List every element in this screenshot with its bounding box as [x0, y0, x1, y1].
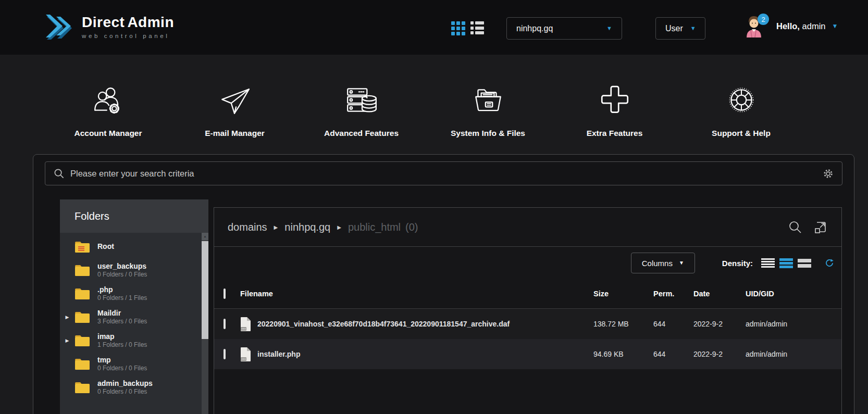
search-bar	[45, 161, 842, 185]
column-header-date[interactable]: Date	[693, 290, 746, 298]
nav-label: Advanced Features	[324, 129, 399, 138]
nav-item-advanced-features[interactable]: Advanced Features	[298, 55, 425, 138]
folders-title: Folders	[75, 210, 109, 222]
users-gear-icon	[91, 80, 126, 122]
column-header-filename[interactable]: Filename	[240, 290, 593, 298]
breadcrumb-domains[interactable]: domains	[228, 221, 267, 233]
folder-item-maildir[interactable]: ▶ Maildir 3 Folders / 0 Files	[60, 305, 208, 329]
folder-icon	[75, 240, 90, 253]
file-name[interactable]: installer.php	[257, 350, 300, 358]
list-view-icon[interactable]	[470, 21, 484, 34]
nav-item-support-help[interactable]: Support & Help	[678, 55, 804, 138]
search-settings-gear-icon[interactable]	[823, 168, 834, 179]
folder-icon	[75, 264, 90, 277]
folder-icon	[75, 357, 90, 370]
folder-name: Root	[97, 242, 114, 251]
table-row[interactable]: installer.php 94.69 KB 644 2022-9-2 admi…	[214, 339, 841, 369]
file-date: 2022-9-2	[693, 350, 746, 358]
column-header-uid[interactable]: UID/GID	[746, 290, 841, 298]
expand-arrow-icon[interactable]: ▶	[63, 315, 71, 320]
scrollbar-thumb[interactable]	[202, 241, 208, 339]
breadcrumb-current: public_html	[348, 221, 401, 233]
directadmin-logo[interactable]: Direct Admin web control panel	[44, 12, 174, 42]
breadcrumb-bar: domains ▶ ninhpq.gq ▶ public_html (0)	[214, 208, 841, 247]
nav-item-system-info-files[interactable]: System Info & Files	[425, 55, 551, 138]
table-row[interactable]: 20220901_vinahost_e32e68f70d18b4f73641_2…	[214, 309, 841, 339]
chevron-down-icon: ▼	[606, 26, 612, 31]
scrollbar-up-arrow[interactable]: ▲	[202, 233, 208, 240]
folder-item-admin-backups[interactable]: admin_backups 0 Folders / 0 Files	[60, 375, 208, 399]
plus-icon	[598, 80, 632, 122]
density-comfortable-icon[interactable]	[798, 259, 811, 268]
expand-fullscreen-icon[interactable]	[813, 220, 828, 234]
expand-arrow-icon[interactable]: ▶	[63, 338, 71, 343]
folder-icon	[75, 381, 90, 394]
username-text: admin	[802, 21, 826, 31]
folder-meta: 3 Folders / 0 Files	[97, 318, 147, 325]
search-icon	[54, 168, 65, 179]
file-search-icon[interactable]	[788, 220, 802, 234]
nav-label: Extra Features	[587, 129, 643, 138]
folder-item-tmp[interactable]: tmp 0 Folders / 0 Files	[60, 352, 208, 375]
file-uid: admin/admin	[746, 320, 841, 328]
top-header: Direct Admin web control panel ninhpq.gq…	[0, 0, 868, 55]
folder-name: imap	[97, 332, 147, 341]
folder-meta: 0 Folders / 0 Files	[97, 271, 147, 278]
role-select[interactable]: User ▼	[655, 17, 705, 40]
column-header-perm[interactable]: Perm.	[653, 290, 693, 298]
server-database-icon	[344, 80, 379, 122]
file-size: 94.69 KB	[593, 350, 653, 358]
breadcrumb-domain-name[interactable]: ninhpq.gq	[284, 221, 330, 233]
logo-subtitle: web control panel	[82, 33, 169, 39]
grid-view-icon[interactable]	[451, 21, 465, 35]
folder-name: .php	[97, 285, 147, 294]
nav-item-email-manager[interactable]: E-mail Manager	[171, 55, 298, 138]
search-input[interactable]	[70, 169, 823, 179]
paper-plane-icon	[218, 80, 252, 122]
refresh-icon[interactable]	[825, 258, 834, 268]
folder-item-root[interactable]: Root	[60, 235, 208, 258]
file-icon	[240, 317, 251, 331]
folder-item-php[interactable]: .php 0 Folders / 1 Files	[60, 282, 208, 305]
user-menu[interactable]: 2 Hello, admin ▼	[744, 15, 838, 37]
row-checkbox[interactable]	[224, 349, 226, 359]
nav-item-account-manager[interactable]: Account Manager	[45, 55, 171, 138]
file-uid: admin/admin	[746, 350, 841, 358]
domain-select[interactable]: ninhpq.gq ▼	[506, 17, 622, 40]
folder-meta: 0 Folders / 0 Files	[97, 365, 147, 372]
folder-icon	[75, 310, 90, 323]
folder-name: tmp	[97, 356, 147, 365]
folder-tree: Root user_backups 0 Folders / 0 Files	[60, 233, 208, 414]
nav-item-extra-features[interactable]: Extra Features	[551, 55, 678, 138]
columns-button[interactable]: Columns ▼	[631, 253, 695, 273]
directadmin-logo-icon	[44, 12, 74, 42]
open-folder-files-icon	[471, 80, 505, 122]
folder-meta: 1 Folders / 0 Files	[97, 341, 147, 348]
file-icon	[240, 347, 251, 361]
breadcrumb-separator-icon: ▶	[274, 224, 278, 230]
logo-title-direct: Direct	[82, 14, 125, 31]
role-select-value: User	[665, 24, 683, 33]
column-header-size[interactable]: Size	[593, 290, 653, 298]
file-date: 2022-9-2	[693, 320, 746, 328]
notification-badge[interactable]: 2	[758, 14, 769, 25]
folder-name: Maildir	[97, 309, 147, 318]
select-all-checkbox[interactable]	[224, 288, 226, 299]
folders-sidebar: Folders Root	[60, 199, 208, 414]
file-name[interactable]: 20220901_vinahost_e32e68f70d18b4f73641_2…	[257, 320, 510, 328]
density-compact-icon[interactable]	[761, 258, 775, 268]
row-checkbox[interactable]	[224, 319, 226, 329]
folder-item-imap[interactable]: ▶ imap 1 Folders / 0 Files	[60, 329, 208, 352]
greeting-text: Hello,	[776, 21, 800, 31]
file-size: 138.72 MB	[593, 320, 653, 328]
file-perm: 644	[653, 350, 693, 358]
density-normal-icon[interactable]	[779, 258, 793, 268]
chevron-down-icon: ▼	[832, 23, 838, 29]
folder-item-user-backups[interactable]: user_backups 0 Folders / 0 Files	[60, 258, 208, 282]
folder-icon	[75, 334, 90, 347]
columns-button-label: Columns	[642, 259, 673, 268]
folder-meta: 0 Folders / 0 Files	[97, 388, 153, 395]
domain-select-value: ninhpq.gq	[516, 24, 553, 33]
nav-label: System Info & Files	[451, 129, 525, 138]
sidebar-scrollbar[interactable]: ▲	[202, 233, 208, 414]
